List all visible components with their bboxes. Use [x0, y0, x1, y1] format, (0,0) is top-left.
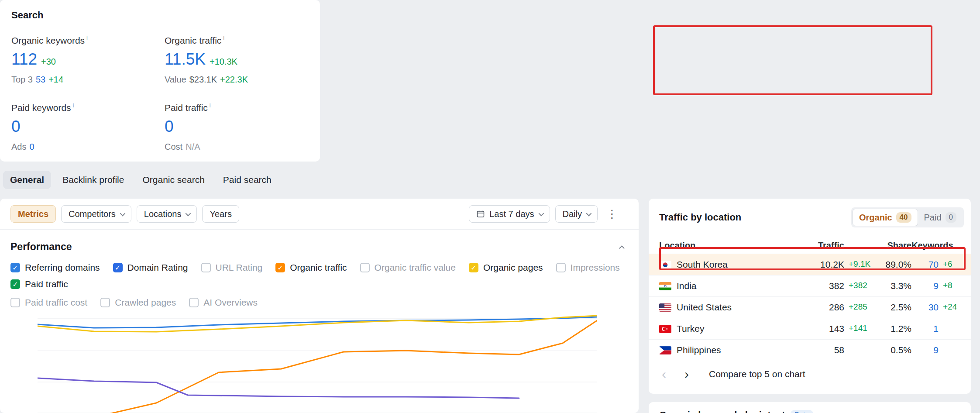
flag-turkey-icon: [659, 325, 671, 333]
compare-top5-link[interactable]: Compare top 5 on chart: [709, 369, 805, 379]
checkbox-icon: ✓: [10, 279, 20, 289]
kebab-menu-icon[interactable]: ⋮: [603, 207, 621, 221]
keywords-by-intent-panel: Organic keywords by intent Beta: [649, 402, 971, 413]
tab-backlink-profile[interactable]: Backlink profile: [55, 171, 131, 189]
flag-india-icon: [659, 282, 671, 290]
metrics-button[interactable]: Metrics: [10, 205, 56, 223]
checkbox-icon: [360, 263, 370, 272]
collapse-icon[interactable]: [619, 245, 625, 251]
flag-philippines-icon: [659, 346, 671, 354]
competitors-button[interactable]: Competitors: [61, 205, 131, 223]
next-page-icon[interactable]: ›: [682, 368, 691, 381]
prev-page-icon[interactable]: ‹: [659, 368, 669, 381]
flag-united-states-icon: [659, 303, 671, 312]
chevron-down-icon: [586, 210, 592, 216]
table-row-south-korea[interactable]: South Korea 10.2K+9.1K 89.0% 70+6: [649, 254, 971, 275]
locations-button[interactable]: Locations: [137, 205, 197, 223]
checkbox-icon: [201, 263, 211, 272]
organic-paid-toggle: Organic40 Paid0: [851, 207, 964, 227]
info-icon[interactable]: i: [223, 35, 224, 41]
chevron-down-icon: [538, 210, 544, 216]
checkbox-icon: ✓: [113, 263, 123, 272]
info-icon[interactable]: i: [73, 102, 74, 109]
date-range-button[interactable]: Last 7 days: [469, 205, 550, 223]
chart-toolbar: Metrics Competitors Locations Years Last…: [0, 199, 639, 230]
toggle-paid[interactable]: Paid0: [918, 209, 963, 226]
tab-paid-search[interactable]: Paid search: [216, 171, 279, 189]
paid-traffic-stat: Paid traffici 0 CostN/A: [165, 102, 309, 152]
chevron-down-icon: [186, 210, 191, 216]
checkbox-icon: [10, 298, 20, 307]
search-title: Search: [11, 10, 43, 21]
checkbox-icon: ✓: [469, 263, 478, 272]
legend-organic-traffic[interactable]: ✓Organic traffic: [275, 262, 347, 273]
traffic-panel-title: Traffic by location: [659, 212, 741, 223]
toggle-organic[interactable]: Organic40: [853, 209, 918, 226]
table-row-philippines[interactable]: Philippines 58 0.5% 9: [649, 339, 971, 361]
performance-chart: [38, 300, 597, 413]
organic-count-badge: 40: [896, 212, 911, 223]
info-icon[interactable]: i: [86, 35, 88, 41]
tab-organic-search[interactable]: Organic search: [135, 171, 211, 189]
seo-dashboard: AI citationsi AI Overview 4 +4 Pages1+1 …: [0, 0, 980, 413]
legend-organic-traffic-value[interactable]: Organic traffic value: [360, 262, 456, 273]
table-row-india[interactable]: India 382+382 3.3% 9+8: [649, 275, 971, 296]
table-row-turkey[interactable]: Turkey 143+141 1.2% 1: [649, 318, 971, 339]
paid-count-badge: 0: [946, 212, 956, 223]
performance-title: Performance: [10, 241, 72, 253]
intent-panel-title: Organic keywords by intent: [659, 410, 785, 413]
chevron-down-icon: [120, 210, 125, 216]
checkbox-icon: ✓: [10, 263, 20, 272]
table-row-united-states[interactable]: United States 286+285 2.5% 30+24: [649, 296, 971, 318]
years-button[interactable]: Years: [202, 205, 239, 223]
paid-keywords-stat: Paid keywordsi 0 Ads0: [11, 102, 165, 152]
flag-south-korea-icon: [659, 261, 671, 269]
checkbox-icon: [556, 263, 566, 272]
tab-general[interactable]: General: [3, 171, 51, 189]
table-pager: ‹ › Compare top 5 on chart: [649, 361, 971, 388]
calendar-icon: [476, 210, 485, 218]
organic-keywords-stat: Organic keywordsi 112+30 Top 353+14: [11, 35, 165, 85]
legend-paid-traffic[interactable]: ✓Paid traffic: [10, 279, 68, 289]
organic-traffic-stat: Organic traffici 11.5K+10.3K Value$23.1K…: [165, 35, 309, 85]
search-card: Search Organic keywordsi 112+30 Top 353+…: [0, 0, 320, 162]
legend-domain-rating[interactable]: ✓Domain Rating: [113, 262, 188, 273]
info-icon[interactable]: i: [210, 102, 211, 109]
annotation-box-search-organic: [653, 25, 932, 95]
traffic-by-location-panel: Traffic by location Organic40 Paid0 Loca…: [649, 199, 971, 394]
granularity-button[interactable]: Daily: [555, 205, 598, 223]
legend-url-rating[interactable]: URL Rating: [201, 262, 263, 273]
table-header: Location Traffic Share Keywords: [649, 237, 971, 254]
metric-legend: ✓Referring domains ✓Domain Rating URL Ra…: [0, 253, 639, 289]
performance-panel: Metrics Competitors Locations Years Last…: [0, 199, 639, 413]
beta-badge: Beta: [791, 410, 814, 413]
legend-referring-domains[interactable]: ✓Referring domains: [10, 262, 100, 273]
report-tabs: General Backlink profile Organic search …: [3, 171, 279, 189]
legend-impressions[interactable]: Impressions: [556, 262, 620, 273]
checkbox-icon: ✓: [275, 263, 285, 272]
legend-organic-pages[interactable]: ✓Organic pages: [469, 262, 543, 273]
